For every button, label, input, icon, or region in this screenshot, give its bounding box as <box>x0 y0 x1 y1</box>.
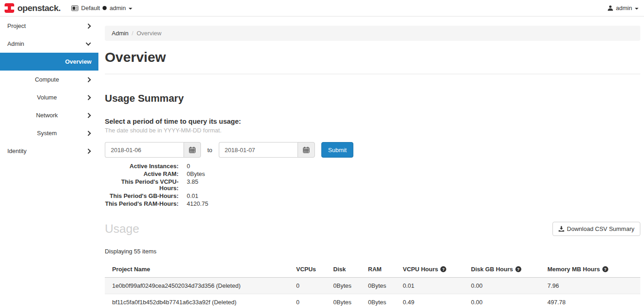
sidebar-nav: Project Admin Overview Compute Volume Ne… <box>0 17 98 307</box>
items-count: Displaying 55 items <box>105 248 640 255</box>
stat-vcpu-hours: This Period's VCPU-Hours: 3.85 <box>105 179 640 192</box>
project-indicator-dot <box>103 6 107 10</box>
column-header-memory-mb-hours[interactable]: Memory MB Hours <box>544 261 640 278</box>
column-header-project-name[interactable]: Project Name <box>105 261 292 278</box>
usage-stats: Active Instances: 0 Active RAM: 0Bytes T… <box>105 163 640 207</box>
cell-memory-mb-hours: 7.96 <box>544 278 640 294</box>
chevron-right-icon <box>86 77 91 82</box>
column-header-vcpus[interactable]: VCPUs <box>292 261 330 278</box>
cell-vcpu-hours: 0.01 <box>399 278 467 294</box>
calendar-icon[interactable] <box>298 142 315 158</box>
sidebar-item-label: Project <box>7 22 87 29</box>
submit-button[interactable]: Submit <box>321 142 353 158</box>
main-content: Admin / Overview Overview Usage Summary … <box>105 17 640 307</box>
stat-label: Active Instances: <box>105 163 179 170</box>
column-label: Disk GB Hours <box>471 266 513 273</box>
sidebar-item-identity[interactable]: Identity <box>0 142 98 160</box>
openstack-brand[interactable]: openstack. <box>5 3 60 13</box>
stat-label: This Period's RAM-Hours: <box>105 201 179 207</box>
sidebar-item-label: System <box>7 130 87 137</box>
sidebar-item-label: Volume <box>7 94 87 101</box>
download-icon <box>558 226 564 232</box>
breadcrumb-overview: Overview <box>136 30 161 37</box>
cell-disk: 0Bytes <box>330 278 364 294</box>
sidebar-item-label: Admin <box>7 40 87 47</box>
project-name: admin <box>109 5 125 11</box>
cell-disk-gb-hours: 0.00 <box>467 278 544 294</box>
download-csv-button[interactable]: Download CSV Summary <box>552 222 640 236</box>
sidebar-item-volume[interactable]: Volume <box>0 88 98 106</box>
chevron-right-icon <box>86 113 91 118</box>
stat-ram-hours: This Period's RAM-Hours: 4120.75 <box>105 201 640 207</box>
stat-active-instances: Active Instances: 0 <box>105 163 640 170</box>
stat-gb-hours: This Period's GB-Hours: 0.01 <box>105 193 640 199</box>
cell-vcpu-hours: 0.49 <box>399 294 467 307</box>
chevron-right-icon <box>86 23 91 28</box>
sidebar-item-system[interactable]: System <box>0 124 98 142</box>
date-format-hint: The date should be in YYYY-MM-DD format. <box>105 127 640 134</box>
column-header-disk[interactable]: Disk <box>330 261 364 278</box>
calendar-icon[interactable] <box>184 142 201 158</box>
cell-vcpus: 0 <box>292 278 330 294</box>
stat-value: 3.85 <box>187 179 198 192</box>
column-header-ram[interactable]: RAM <box>364 261 399 278</box>
page-title: Overview <box>105 49 640 65</box>
sidebar-item-network[interactable]: Network <box>0 106 98 124</box>
column-header-disk-gb-hours[interactable]: Disk GB Hours <box>467 261 544 278</box>
download-csv-label: Download CSV Summary <box>567 225 634 232</box>
column-label: Disk <box>333 266 346 273</box>
stat-value: 0 <box>187 163 190 170</box>
cell-vcpus: 0 <box>292 294 330 307</box>
openstack-logo-icon <box>5 3 14 13</box>
breadcrumb-admin[interactable]: Admin <box>112 30 129 37</box>
domain-project-switcher[interactable]: Default admin <box>71 5 132 11</box>
usage-table-heading: Usage <box>105 222 139 236</box>
breadcrumb: Admin / Overview <box>105 26 640 41</box>
column-label: Memory MB Hours <box>547 266 600 273</box>
sidebar-item-admin[interactable]: Admin <box>0 35 98 53</box>
sidebar-item-overview[interactable]: Overview <box>0 53 98 71</box>
sidebar-item-label: Network <box>7 112 87 119</box>
cell-disk: 0Bytes <box>330 294 364 307</box>
date-from-group <box>105 142 201 158</box>
top-navbar: openstack. Default admin admin <box>0 0 644 16</box>
user-menu[interactable]: admin <box>607 5 639 11</box>
cell-memory-mb-hours: 497.78 <box>544 294 640 307</box>
table-row: 1e0b0f99af0249cea24502034d73d356 (Delete… <box>105 278 640 294</box>
column-header-vcpu-hours[interactable]: VCPU Hours <box>399 261 467 278</box>
chevron-right-icon <box>86 95 91 100</box>
brand-name: openstack. <box>17 3 60 13</box>
usage-summary-heading: Usage Summary <box>105 93 640 104</box>
table-header-row: Project Name VCPUs Disk RAM VCPU Hours D… <box>105 261 640 278</box>
sidebar-item-compute[interactable]: Compute <box>0 71 98 88</box>
cell-ram: 0Bytes <box>364 278 399 294</box>
sidebar-item-label: Compute <box>7 76 87 83</box>
table-row: bf11c5fa0f1b452db4b7741a6c33a92f (Delete… <box>105 294 640 307</box>
date-to-group <box>219 142 315 158</box>
breadcrumb-separator: / <box>132 30 134 37</box>
cell-disk-gb-hours: 0.00 <box>467 294 544 307</box>
query-prompt: Select a period of time to query its usa… <box>105 117 640 125</box>
caret-down-icon <box>129 8 132 10</box>
sidebar-item-label: Overview <box>7 58 92 65</box>
title-divider <box>105 74 640 74</box>
column-label: VCPUs <box>296 266 316 273</box>
to-label: to <box>207 147 212 154</box>
help-icon[interactable] <box>602 266 608 272</box>
domain-icon <box>71 5 78 11</box>
domain-name: Default <box>81 5 100 11</box>
sidebar-item-project[interactable]: Project <box>0 17 98 35</box>
stat-label: This Period's GB-Hours: <box>105 193 179 199</box>
stat-value: 0.01 <box>187 193 198 199</box>
column-label: RAM <box>368 266 382 273</box>
help-icon[interactable] <box>440 266 446 272</box>
column-label: Project Name <box>112 266 150 273</box>
sidebar-item-label: Identity <box>7 148 87 154</box>
stat-label: This Period's VCPU-Hours: <box>105 179 179 192</box>
help-icon[interactable] <box>515 266 521 272</box>
usage-date-form: to Submit <box>105 142 640 158</box>
date-to-input[interactable] <box>219 142 298 158</box>
usage-section-header: Usage Download CSV Summary <box>105 222 640 236</box>
date-from-input[interactable] <box>105 142 184 158</box>
column-label: VCPU Hours <box>403 266 438 273</box>
